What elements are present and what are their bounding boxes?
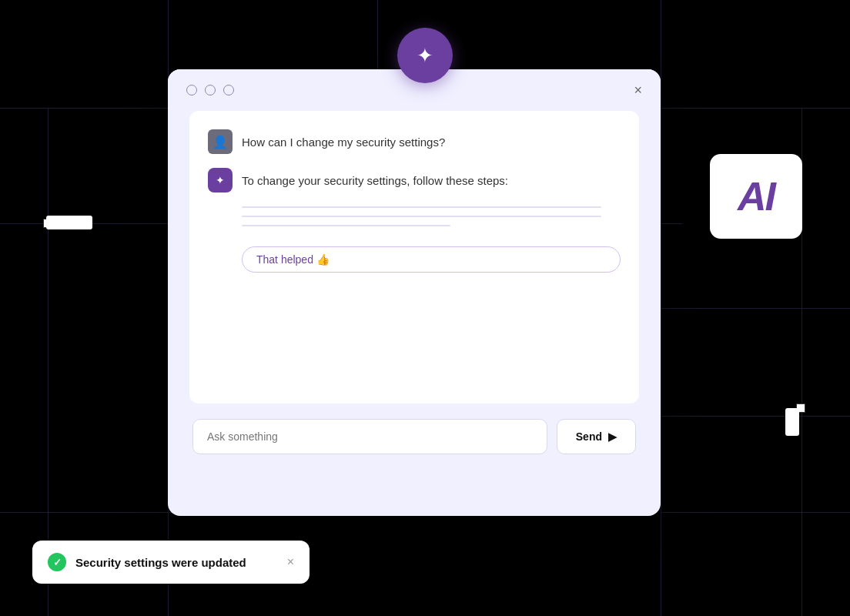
- window-controls: [186, 85, 234, 95]
- notification-toast: ✓ Security settings were updated ×: [32, 541, 310, 584]
- send-button[interactable]: Send ▶: [557, 419, 636, 454]
- left-connector-decoration: [46, 216, 92, 229]
- window-dot-3: [223, 85, 234, 95]
- user-message-text: How can I change my security settings?: [242, 129, 445, 150]
- suggestion-pill[interactable]: That helped 👍: [242, 246, 621, 273]
- send-label: Send: [576, 430, 602, 443]
- ai-message-text: To change your security settings, follow…: [242, 168, 508, 189]
- suggestion-label: That helped 👍: [256, 253, 330, 266]
- checkmark: ✓: [53, 557, 62, 568]
- loading-line-1: [242, 206, 601, 208]
- user-avatar: 👤: [208, 129, 233, 154]
- window-dot-2: [205, 85, 216, 95]
- send-arrow-icon: ▶: [608, 430, 617, 443]
- close-button[interactable]: ×: [634, 83, 642, 97]
- ai-message: ✦ To change your security settings, foll…: [208, 168, 621, 192]
- chat-window: × 👤 How can I change my security setting…: [168, 69, 661, 516]
- user-message: 👤 How can I change my security settings?: [208, 129, 621, 154]
- ai-badge: ✦: [397, 28, 453, 83]
- window-dot-1: [186, 85, 197, 95]
- notification-close-button[interactable]: ×: [287, 556, 294, 568]
- ai-sparkle-icon: ✦: [216, 174, 225, 186]
- ai-avatar: ✦: [208, 168, 233, 192]
- notification-text: Security settings were updated: [75, 556, 278, 569]
- sparkles-icon: ✦: [417, 44, 433, 68]
- chat-box: 👤 How can I change my security settings?…: [189, 111, 639, 403]
- person-icon: 👤: [212, 135, 228, 149]
- check-icon: ✓: [48, 553, 66, 571]
- ai-panel: AI: [710, 154, 802, 239]
- chat-input[interactable]: [192, 419, 547, 454]
- loading-line-2: [242, 216, 601, 217]
- loading-line-3: [242, 225, 450, 226]
- input-area: Send ▶: [189, 419, 639, 454]
- chat-content: 👤 How can I change my security settings?…: [168, 111, 661, 470]
- loading-lines: [208, 206, 621, 226]
- ai-panel-label: AI: [738, 173, 775, 219]
- right-connector-decoration: [785, 408, 799, 436]
